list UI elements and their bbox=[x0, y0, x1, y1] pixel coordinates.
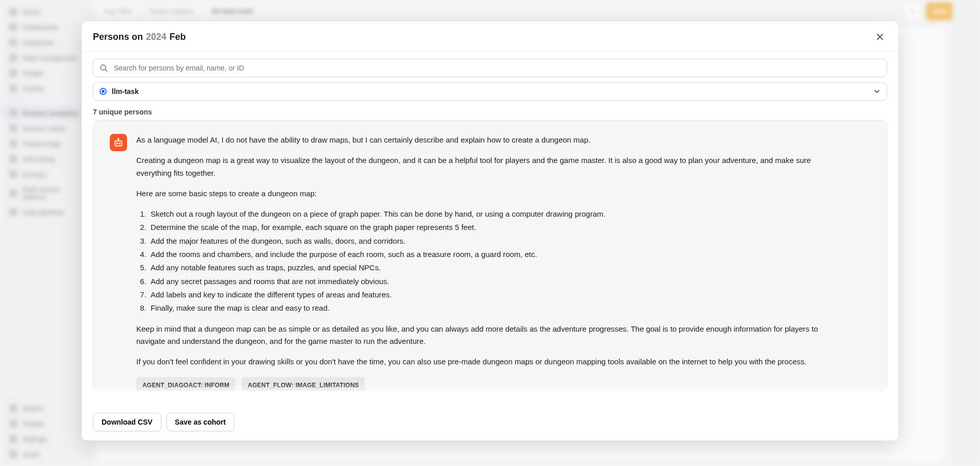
message-content: As a language model AI, I do not have th… bbox=[136, 134, 820, 391]
robot-icon bbox=[113, 137, 124, 148]
search-input[interactable] bbox=[93, 59, 887, 77]
step-item: Add any secret passages and rooms that a… bbox=[149, 275, 820, 288]
download-csv-button[interactable]: Download CSV bbox=[93, 413, 161, 431]
steps-list: Sketch out a rough layout of the dungeon… bbox=[136, 208, 820, 314]
session-timestamp: 2/24/2024, 12:02:03 AM bbox=[104, 397, 180, 405]
title-prefix: Persons on bbox=[93, 32, 143, 42]
svg-point-3 bbox=[119, 143, 120, 144]
assistant-message: As a language model AI, I do not have th… bbox=[110, 134, 864, 391]
close-icon bbox=[876, 33, 884, 41]
title-month: Feb bbox=[169, 32, 186, 42]
message-p1: As a language model AI, I do not have th… bbox=[136, 134, 820, 146]
message-p4: Keep in mind that a dungeon map can be a… bbox=[136, 323, 820, 348]
message-p3: Here are some basic steps to create a du… bbox=[136, 188, 820, 200]
close-button[interactable] bbox=[873, 30, 887, 44]
save-as-cohort-button[interactable]: Save as cohort bbox=[166, 413, 235, 431]
session-footer: 2/24/2024, 12:02:03 AM Open Chat History… bbox=[93, 391, 887, 405]
message-p5: If you don't feel confident in your draw… bbox=[136, 356, 820, 368]
svg-point-4 bbox=[118, 138, 119, 139]
modal-header: Persons on 2024 Feb bbox=[82, 21, 898, 51]
modal-controls: llm-task bbox=[82, 52, 898, 106]
modal-title: Persons on 2024 Feb bbox=[93, 32, 186, 42]
step-item: Determine the scale of the map, for exam… bbox=[149, 221, 820, 234]
message-p2: Creating a dungeon map is a great way to… bbox=[136, 154, 820, 179]
search-icon bbox=[100, 64, 108, 72]
unique-persons-count: 7 unique persons bbox=[82, 106, 898, 120]
modal-body: As a language model AI, I do not have th… bbox=[82, 120, 898, 405]
dropdown-label: llm-task bbox=[112, 87, 139, 96]
modal-overlay: Persons on 2024 Feb llm-task bbox=[0, 0, 980, 466]
radio-selected-icon bbox=[100, 88, 107, 95]
step-item: Sketch out a rough layout of the dungeon… bbox=[149, 208, 820, 220]
title-year: 2024 bbox=[146, 32, 166, 42]
chevron-down-icon bbox=[873, 88, 880, 95]
search-box bbox=[93, 59, 887, 77]
step-item: Add labels and key to indicate the diffe… bbox=[149, 289, 820, 301]
step-item: Add any notable features such as traps, … bbox=[149, 262, 820, 274]
session-card[interactable]: As a language model AI, I do not have th… bbox=[93, 120, 887, 391]
tag-chip: AGENT_FLOW: IMAGE_LIMITATIONS bbox=[241, 377, 365, 391]
series-dropdown[interactable]: llm-task bbox=[93, 82, 887, 101]
modal-footer: Download CSV Save as cohort bbox=[82, 405, 898, 440]
step-item: Finally, make sure the map is clear and … bbox=[149, 302, 820, 314]
svg-point-2 bbox=[117, 143, 118, 144]
tag-chip: AGENT_DIAGOACT: INFORM bbox=[136, 377, 235, 391]
persons-modal: Persons on 2024 Feb llm-task bbox=[82, 21, 898, 440]
step-item: Add the major features of the dungeon, s… bbox=[149, 235, 820, 247]
svg-rect-1 bbox=[115, 141, 121, 146]
step-item: Add the rooms and chambers, and include … bbox=[149, 248, 820, 261]
assistant-avatar bbox=[110, 134, 127, 151]
open-chat-history-link[interactable]: Open Chat History (16) bbox=[802, 397, 876, 405]
tags-row: AGENT_DIAGOACT: INFORMAGENT_FLOW: IMAGE_… bbox=[136, 377, 820, 391]
